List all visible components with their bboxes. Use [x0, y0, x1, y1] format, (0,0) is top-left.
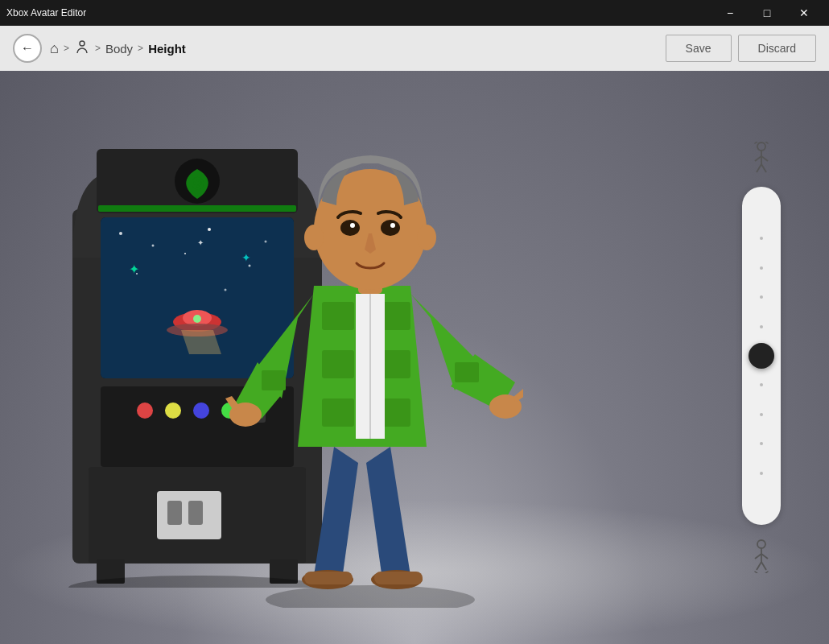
svg-line-73 — [761, 554, 768, 559]
slider-dot — [760, 383, 763, 386]
svg-rect-33 — [167, 501, 182, 525]
svg-rect-51 — [262, 370, 286, 390]
svg-line-66 — [761, 156, 768, 161]
height-slider-thumb[interactable] — [749, 343, 774, 369]
svg-point-25 — [137, 402, 153, 419]
slider-dot — [760, 266, 763, 270]
svg-point-23 — [193, 315, 201, 323]
main-content: ⊗ ✦ ✦ ✦ — [0, 71, 829, 644]
window-controls: − □ ✕ — [711, 0, 823, 26]
height-slider-track[interactable] — [742, 187, 781, 525]
slider-dot — [760, 325, 763, 328]
separator-3: > — [138, 43, 143, 54]
svg-rect-40 — [304, 572, 353, 584]
svg-point-58 — [381, 220, 400, 236]
svg-text:⊗: ⊗ — [190, 173, 204, 193]
height-slider-panel — [742, 142, 781, 573]
svg-rect-34 — [188, 501, 203, 525]
avatar-icon — [74, 39, 90, 58]
svg-point-70 — [757, 540, 765, 548]
separator-1: > — [64, 43, 69, 54]
home-icon[interactable]: ⌂ — [50, 40, 59, 57]
svg-line-75 — [761, 562, 766, 570]
svg-line-67 — [757, 164, 761, 172]
svg-line-72 — [755, 554, 761, 559]
save-button[interactable]: Save — [666, 35, 732, 62]
slider-dot — [760, 295, 763, 299]
slider-dot — [760, 413, 763, 416]
svg-point-14 — [184, 253, 186, 254]
svg-point-57 — [340, 220, 360, 236]
svg-point-9 — [152, 245, 155, 247]
short-person-icon — [747, 538, 776, 573]
breadcrumb-body[interactable]: Body — [105, 42, 133, 56]
nav-left: ← ⌂ > > Body > Height — [13, 34, 186, 63]
svg-point-0 — [80, 41, 85, 46]
close-button[interactable]: ✕ — [786, 0, 823, 26]
avatar-figure — [217, 71, 523, 608]
svg-point-38 — [266, 585, 475, 608]
title-bar: Xbox Avatar Editor − □ ✕ — [0, 0, 829, 26]
svg-rect-45 — [322, 350, 354, 378]
svg-rect-47 — [322, 398, 354, 427]
window-title: Xbox Avatar Editor — [6, 7, 86, 19]
svg-point-10 — [208, 228, 211, 231]
svg-point-61 — [304, 225, 324, 250]
svg-point-8 — [119, 232, 122, 235]
slider-dot — [760, 442, 763, 445]
svg-point-27 — [193, 402, 209, 419]
svg-point-62 — [417, 225, 436, 250]
svg-point-60 — [390, 223, 395, 228]
back-arrow-icon: ← — [21, 41, 34, 56]
svg-point-26 — [165, 402, 181, 419]
back-button[interactable]: ← — [13, 34, 42, 63]
breadcrumb-current: Height — [148, 42, 186, 56]
breadcrumb: ⌂ > > Body > Height — [50, 39, 186, 58]
nav-bar: ← ⌂ > > Body > Height Save Discard — [0, 26, 829, 71]
discard-button[interactable]: Discard — [738, 35, 816, 62]
svg-point-59 — [350, 223, 355, 228]
svg-rect-53 — [455, 362, 479, 382]
svg-point-63 — [757, 142, 765, 151]
tall-person-icon — [747, 142, 776, 174]
separator-2: > — [95, 43, 101, 54]
slider-dot — [760, 472, 763, 475]
minimize-button[interactable]: − — [711, 0, 749, 26]
maximize-button[interactable]: □ — [749, 0, 786, 26]
svg-text:✦: ✦ — [129, 262, 139, 276]
svg-rect-43 — [322, 302, 354, 330]
svg-line-74 — [757, 562, 761, 570]
svg-text:✦: ✦ — [197, 238, 204, 247]
svg-line-68 — [761, 164, 766, 172]
svg-line-65 — [755, 156, 761, 161]
nav-right: Save Discard — [666, 35, 816, 62]
slider-dot — [760, 237, 763, 240]
svg-rect-42 — [374, 572, 423, 584]
